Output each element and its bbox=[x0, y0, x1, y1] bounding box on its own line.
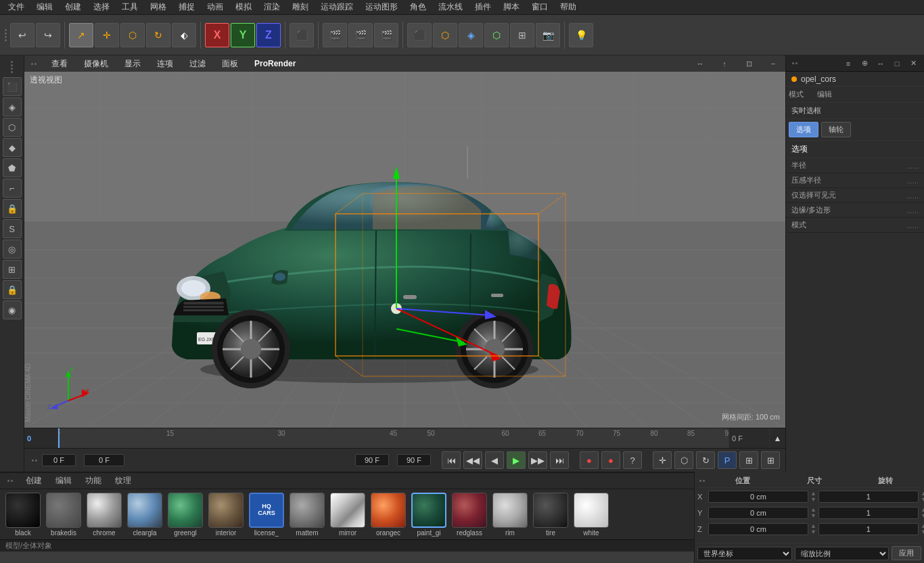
vp-icon-arrows[interactable]: ↔ bbox=[693, 57, 707, 70]
coords-y-size[interactable] bbox=[818, 507, 919, 519]
menu-plugins[interactable]: 插件 bbox=[469, 0, 496, 14]
scene-object-button[interactable]: ⊞ bbox=[510, 23, 534, 47]
vp-tab-display[interactable]: 显示 bbox=[122, 57, 143, 71]
vp-tab-filter[interactable]: 过滤 bbox=[187, 57, 208, 71]
axis-x-button[interactable]: X bbox=[205, 23, 229, 47]
sidebar-btn-2[interactable]: ◈ bbox=[3, 97, 22, 116]
vp-tab-options[interactable]: 连项 bbox=[154, 57, 176, 71]
menu-character[interactable]: 角色 bbox=[405, 0, 432, 14]
auto-key-button[interactable]: ? bbox=[623, 451, 642, 469]
menu-help[interactable]: 帮助 bbox=[555, 0, 582, 14]
frame-current-field[interactable]: 0 F bbox=[84, 454, 124, 466]
record-button[interactable]: ● bbox=[580, 451, 599, 469]
move-tool-button[interactable]: ✛ bbox=[95, 23, 119, 47]
select-tool-button[interactable]: ↗ bbox=[69, 23, 93, 47]
material-orange[interactable]: orangec bbox=[371, 493, 406, 537]
material-brakedis[interactable]: brakedis bbox=[46, 493, 81, 537]
light-button[interactable]: 💡 bbox=[569, 23, 593, 47]
sidebar-btn-9[interactable]: ◎ bbox=[3, 240, 22, 258]
material-tire[interactable]: tire bbox=[533, 493, 568, 537]
undo-button[interactable]: ↩ bbox=[10, 23, 34, 47]
rfp-icon-1[interactable]: ≡ bbox=[841, 57, 855, 70]
sidebar-btn-11[interactable]: 🔒 bbox=[3, 280, 22, 299]
coords-x-size-spin[interactable]: ▲▼ bbox=[920, 491, 924, 503]
vp-icon-minimize[interactable]: − bbox=[766, 57, 780, 70]
viewport-grid[interactable]: EG JX05 bbox=[24, 72, 785, 428]
coords-y-size-spin[interactable]: ▲▼ bbox=[920, 507, 924, 519]
playback-drag[interactable] bbox=[30, 457, 39, 464]
cube-tool-button[interactable]: ⬛ bbox=[290, 23, 314, 47]
scale-tool-button[interactable]: ⬡ bbox=[120, 23, 145, 47]
material-white[interactable]: white bbox=[574, 493, 609, 537]
vp-tab-prorender[interactable]: ProRender bbox=[252, 58, 298, 70]
vp-icon-expand[interactable]: ⊡ bbox=[742, 57, 756, 70]
menu-file[interactable]: 文件 bbox=[3, 0, 30, 14]
vp-tab-view[interactable]: 查看 bbox=[49, 57, 70, 71]
axis-z-button[interactable]: Z bbox=[256, 23, 281, 47]
key-loop-button[interactable]: ↻ bbox=[696, 451, 715, 469]
viewport-main[interactable]: 查看 摄像机 显示 连项 过滤 面板 ProRender ↔ ↑ ⊡ − 透视视… bbox=[24, 55, 785, 428]
key-settings-button[interactable]: ⬡ bbox=[674, 451, 693, 469]
frame-start-field[interactable]: 0 F bbox=[42, 454, 76, 466]
play-button[interactable]: ▶ bbox=[507, 451, 526, 469]
nurbs-object-button[interactable]: ◈ bbox=[459, 23, 483, 47]
vp-tab-panel[interactable]: 面板 bbox=[219, 57, 241, 71]
menu-edit[interactable]: 编辑 bbox=[31, 0, 58, 14]
vp-icon-up[interactable]: ↑ bbox=[718, 57, 731, 70]
rfp-icon-5[interactable]: ✕ bbox=[906, 57, 920, 70]
menu-simulate[interactable]: 模拟 bbox=[230, 0, 257, 14]
render-preview-button[interactable]: 🎬 bbox=[348, 23, 373, 47]
menu-sculpt[interactable]: 雕刻 bbox=[287, 0, 314, 14]
coords-x-pos[interactable] bbox=[708, 491, 808, 503]
toolbar-drag-handle[interactable] bbox=[3, 26, 9, 44]
key-add-button[interactable]: ✛ bbox=[653, 451, 672, 469]
mat-function-btn[interactable]: 功能 bbox=[83, 474, 104, 488]
coords-x-pos-spin[interactable]: ▲▼ bbox=[810, 491, 817, 503]
next-frame-button[interactable]: ▶▶ bbox=[528, 451, 547, 469]
material-mirror[interactable]: mirror bbox=[330, 493, 365, 537]
frame-end-field[interactable]: 90 F bbox=[355, 454, 389, 466]
menu-render[interactable]: 渲染 bbox=[258, 0, 285, 14]
timeline-ruler[interactable]: 0 15 30 45 50 60 65 70 75 80 85 90 bbox=[58, 428, 729, 448]
axis-y-button[interactable]: Y bbox=[231, 23, 255, 47]
menu-motion-tracking[interactable]: 运动跟踪 bbox=[315, 0, 359, 14]
material-clearglass[interactable]: cleargla bbox=[127, 493, 162, 537]
menu-pipeline[interactable]: 流水线 bbox=[433, 0, 468, 14]
material-chrome[interactable]: chrome bbox=[87, 493, 122, 537]
mat-create-btn[interactable]: 创建 bbox=[23, 474, 45, 488]
menu-tools[interactable]: 工具 bbox=[116, 0, 143, 14]
timeline-expand-btn[interactable]: ▲ bbox=[769, 428, 785, 448]
vp-tab-camera[interactable]: 摄像机 bbox=[81, 57, 111, 71]
frame-end2-field[interactable]: 90 F bbox=[397, 454, 431, 466]
scale-type-select[interactable]: 缩放比例 bbox=[795, 547, 890, 560]
material-license[interactable]: HQCARS license_ bbox=[249, 493, 284, 537]
sidebar-btn-5[interactable]: ⬟ bbox=[3, 158, 22, 177]
material-redglass[interactable]: redglass bbox=[452, 493, 487, 537]
material-black[interactable]: black bbox=[5, 493, 41, 537]
coords-z-pos[interactable] bbox=[708, 523, 808, 535]
coords-z-pos-spin[interactable]: ▲▼ bbox=[810, 523, 817, 535]
sidebar-btn-6[interactable]: ⌐ bbox=[3, 179, 22, 198]
sidebar-btn-4[interactable]: ◆ bbox=[3, 138, 22, 157]
sidebar-btn-7[interactable]: 🔒 bbox=[3, 199, 22, 218]
coords-y-pos-spin[interactable]: ▲▼ bbox=[810, 507, 817, 519]
menu-animate[interactable]: 动画 bbox=[202, 0, 229, 14]
rfp-icon-3[interactable]: ↔ bbox=[874, 57, 887, 70]
coords-y-pos[interactable] bbox=[708, 507, 808, 519]
material-interior[interactable]: interior bbox=[208, 493, 244, 537]
record-pos-button[interactable]: ● bbox=[601, 451, 620, 469]
render-active-button[interactable]: 🎬 bbox=[374, 23, 398, 47]
timeline-bar[interactable]: 0 0 15 30 45 50 60 65 70 75 80 85 90 bbox=[24, 428, 785, 448]
coord-system-select[interactable]: 世界坐标 bbox=[697, 547, 792, 560]
rfp-icon-2[interactable]: ⊕ bbox=[858, 57, 871, 70]
render-view-button[interactable]: 🎬 bbox=[323, 23, 347, 47]
viewport-drag[interactable] bbox=[30, 62, 38, 66]
sidebar-btn-3[interactable]: ⬡ bbox=[3, 118, 22, 137]
menu-create[interactable]: 创建 bbox=[60, 0, 87, 14]
rfp-tab-options[interactable]: 选项 bbox=[789, 122, 818, 137]
prev-key-button[interactable]: ◀◀ bbox=[463, 451, 482, 469]
camera-button[interactable]: 📷 bbox=[536, 23, 560, 47]
coords-z-size-spin[interactable]: ▲▼ bbox=[920, 523, 924, 535]
spline-object-button[interactable]: ⬡ bbox=[433, 23, 457, 47]
material-paint[interactable]: paint_gi bbox=[411, 493, 446, 537]
